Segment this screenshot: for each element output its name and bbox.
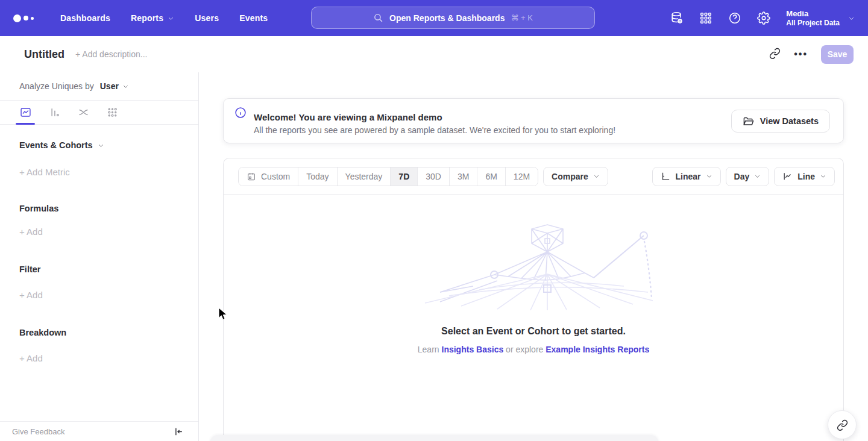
add-metric-button[interactable]: + Add Metric: [19, 167, 198, 177]
chevron-down-icon: [706, 173, 712, 180]
folder-icon: [743, 116, 754, 127]
date-range-3m[interactable]: 3M: [450, 167, 477, 186]
chevron-down-icon: [168, 15, 174, 22]
save-button[interactable]: Save: [821, 45, 854, 64]
insights-basics-link[interactable]: Insights Basics: [442, 345, 504, 354]
date-range-custom[interactable]: Custom: [239, 167, 298, 186]
interval-dropdown[interactable]: Day: [726, 167, 770, 186]
mixpanel-insights-page: Dashboards Reports Users Events Open Rep…: [0, 0, 868, 441]
chart-type-label: Line: [797, 172, 815, 181]
mixpanel-logo[interactable]: [13, 14, 41, 22]
chart-display-controls: Linear Day Line: [652, 167, 835, 186]
sidebar-footer: Give Feedback: [0, 421, 198, 441]
project-name: Media: [786, 9, 840, 19]
nav-right-cluster: Media All Project Data: [670, 0, 855, 36]
bottom-panel-edge[interactable]: [210, 435, 659, 441]
scale-dropdown[interactable]: Linear: [652, 167, 721, 186]
date-range-7d[interactable]: 7D: [391, 167, 418, 186]
date-range-label: Today: [306, 172, 329, 181]
date-range-label: 3M: [458, 172, 469, 181]
flow-chart-icon: [77, 106, 90, 119]
bar-chart-icon: [48, 106, 61, 119]
view-datasets-label: View Datasets: [760, 116, 819, 126]
give-feedback-link[interactable]: Give Feedback: [12, 427, 64, 436]
chevron-down-icon: [848, 15, 855, 22]
share-link-fab[interactable]: [828, 410, 857, 439]
project-subtitle: All Project Data: [786, 19, 840, 28]
example-reports-link[interactable]: Example Insights Reports: [546, 345, 649, 354]
linear-axis-icon: [661, 171, 671, 181]
view-datasets-button[interactable]: View Datasets: [731, 110, 830, 133]
date-range-label: 6M: [485, 172, 497, 181]
tab-bar-chart[interactable]: [47, 101, 61, 125]
global-search-button[interactable]: Open Reports & Dashboards ⌘ + K: [311, 7, 595, 29]
project-selector[interactable]: Media All Project Data: [786, 9, 855, 28]
tab-dot-grid[interactable]: [105, 101, 119, 125]
report-header: Untitled + Add description... ••• Save: [0, 36, 868, 72]
date-range-today[interactable]: Today: [298, 167, 337, 186]
date-range-12m[interactable]: 12M: [506, 167, 538, 186]
date-range-segmented-control: Custom Today Yesterday 7D 30D 3M 6M 12M: [238, 167, 538, 186]
tab-line-chart[interactable]: [18, 101, 33, 125]
nav-reports[interactable]: Reports: [131, 13, 174, 23]
line-type-icon: [782, 171, 793, 181]
logo-dot: [13, 14, 21, 22]
data-management-icon[interactable]: [670, 11, 684, 25]
nav-events-label: Events: [239, 13, 268, 23]
chart-toolbar: Custom Today Yesterday 7D 30D 3M 6M 12M …: [224, 158, 843, 195]
report-title[interactable]: Untitled: [24, 48, 64, 61]
section-formulas: Formulas + Add: [0, 204, 198, 237]
interval-label: Day: [734, 172, 750, 181]
date-range-30d[interactable]: 30D: [418, 167, 450, 186]
analyze-by-dropdown[interactable]: User: [100, 81, 129, 91]
nav-events[interactable]: Events: [239, 13, 268, 23]
search-label: Open Reports & Dashboards: [389, 13, 505, 23]
date-range-label: 30D: [426, 172, 441, 181]
date-range-label: Custom: [261, 172, 290, 181]
chevron-down-icon: [593, 173, 600, 180]
welcome-banner: Welcome! You are viewing a Mixpanel demo…: [223, 98, 844, 143]
date-range-6m[interactable]: 6M: [477, 167, 505, 186]
date-range-label: 12M: [514, 172, 530, 181]
chart-type-dropdown[interactable]: Line: [774, 167, 835, 186]
banner-title: Welcome! You are viewing a Mixpanel demo: [254, 111, 615, 124]
add-formula-button[interactable]: + Add: [19, 227, 198, 237]
breakdown-title: Breakdown: [19, 328, 198, 337]
collapse-sidebar-icon[interactable]: [174, 427, 184, 437]
section-filter: Filter + Add: [0, 264, 198, 300]
events-cohorts-header[interactable]: Events & Cohorts: [19, 140, 198, 150]
compare-button[interactable]: Compare: [543, 167, 608, 186]
logo-dot: [31, 17, 34, 20]
settings-gear-icon[interactable]: [757, 11, 770, 25]
query-sidebar: Analyze Uniques by User: [0, 72, 199, 441]
nav-users[interactable]: Users: [195, 13, 219, 23]
search-icon: [373, 13, 383, 23]
section-events-cohorts: Events & Cohorts + Add Metric: [0, 140, 198, 177]
report-header-actions: ••• Save: [769, 45, 854, 64]
tab-flow-chart[interactable]: [76, 101, 90, 125]
report-description-placeholder[interactable]: + Add description...: [75, 49, 147, 59]
empty-state-illustration: [413, 219, 654, 315]
empty-prefix: Learn: [418, 345, 442, 354]
date-range-label: Yesterday: [345, 172, 383, 181]
chevron-down-icon: [122, 83, 129, 90]
link-icon: [769, 48, 781, 59]
banner-text: Welcome! You are viewing a Mixpanel demo…: [254, 105, 615, 137]
link-icon: [837, 419, 848, 431]
section-breakdown: Breakdown + Add: [0, 328, 198, 363]
nav-users-label: Users: [195, 13, 219, 23]
more-options-button[interactable]: •••: [794, 49, 808, 60]
line-chart-icon: [19, 106, 32, 119]
info-icon: [234, 107, 247, 119]
help-icon[interactable]: [728, 11, 741, 25]
nav-dashboards[interactable]: Dashboards: [60, 13, 110, 23]
add-breakdown-button[interactable]: + Add: [19, 353, 198, 363]
top-nav-bar: Dashboards Reports Users Events Open Rep…: [0, 0, 868, 36]
empty-state-subtitle: Learn Insights Basics or explore Example…: [224, 345, 843, 354]
apps-grid-icon[interactable]: [699, 11, 712, 25]
chevron-down-icon: [754, 173, 761, 180]
add-filter-button[interactable]: + Add: [19, 290, 198, 300]
empty-state: Select an Event or Cohort to get started…: [224, 195, 843, 354]
date-range-yesterday[interactable]: Yesterday: [338, 167, 391, 186]
copy-link-button[interactable]: [769, 48, 781, 61]
